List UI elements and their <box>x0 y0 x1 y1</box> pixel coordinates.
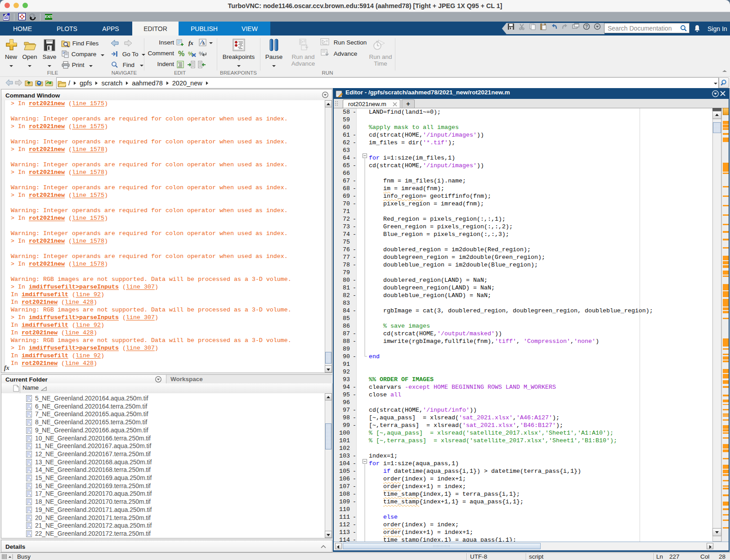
svg-text:%: % <box>199 50 204 57</box>
svg-text:fx: fx <box>188 40 193 46</box>
svg-text:%: % <box>178 50 184 57</box>
svg-text:fi: fi <box>202 41 205 46</box>
svg-text:?: ? <box>585 24 588 29</box>
